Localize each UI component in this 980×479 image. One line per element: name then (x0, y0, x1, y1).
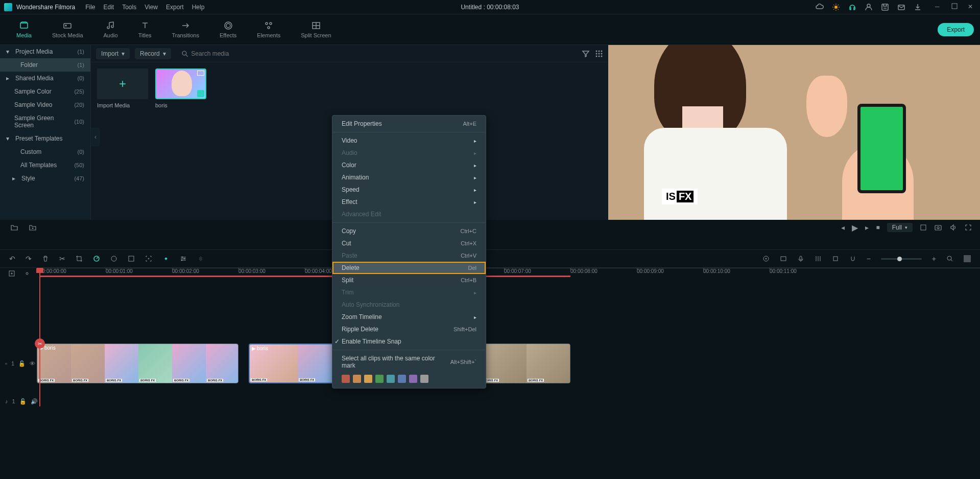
menu-file[interactable]: File (85, 4, 95, 11)
render-icon[interactable] (832, 255, 839, 262)
lock-icon[interactable]: 🔓 (19, 398, 27, 405)
volume-icon[interactable] (949, 223, 958, 232)
tab-stock-media[interactable]: Stock Media (42, 19, 93, 40)
minimize-icon[interactable]: ─ (935, 3, 943, 11)
swatch-green[interactable] (375, 375, 384, 383)
ctx-effect[interactable]: Effect▸ (332, 196, 486, 208)
sidebar-item-all-templates[interactable]: All Templates(50) (0, 158, 90, 172)
new-folder-icon[interactable] (10, 223, 18, 232)
mute-icon[interactable]: 🔊 (31, 398, 38, 405)
adjust-icon[interactable] (180, 255, 187, 262)
stop-icon[interactable]: ■ (876, 224, 879, 231)
mail-icon[interactable] (897, 3, 905, 11)
split-icon[interactable]: ✂ (59, 255, 65, 263)
import-dropdown[interactable]: Import▾ (96, 48, 130, 59)
swatch-yellow[interactable] (364, 375, 372, 383)
swatch-teal[interactable] (387, 375, 395, 383)
swatch-blue[interactable] (398, 375, 406, 383)
redo-icon[interactable]: ↷ (26, 255, 32, 263)
zoom-out-icon[interactable]: − (867, 255, 871, 263)
ctx-animation[interactable]: Animation▸ (332, 171, 486, 184)
snapshot-icon[interactable] (934, 223, 942, 232)
zoom-fit-icon[interactable] (946, 255, 953, 262)
import-media-button[interactable]: + Import Media (97, 69, 148, 108)
audio-tool-icon[interactable] (197, 255, 204, 262)
zoom-in-icon[interactable]: + (932, 255, 936, 263)
maximize-icon[interactable] (951, 3, 960, 11)
close-icon[interactable]: ✕ (968, 3, 976, 11)
clip-boris-1[interactable]: ▶boris BORIS FX BORIS FX BORIS FX BORIS … (37, 344, 238, 383)
ctx-delete[interactable]: DeleteDel (332, 262, 486, 274)
sidebar-item-sample-green-screen[interactable]: Sample Green Screen(10) (0, 111, 90, 132)
export-button[interactable]: Export (938, 23, 974, 36)
cloud-icon[interactable] (816, 3, 824, 11)
user-icon[interactable] (865, 3, 873, 11)
visibility-icon[interactable]: 👁 (30, 360, 35, 367)
sidebar-item-preset-templates[interactable]: ▾Preset Templates (0, 132, 90, 145)
ctx-speed[interactable]: Speed▸ (332, 184, 486, 196)
timeline-settings-icon[interactable] (964, 255, 971, 262)
color-icon[interactable] (110, 255, 117, 262)
swatch-gray[interactable] (420, 375, 428, 383)
tab-transitions[interactable]: Transitions (162, 19, 209, 40)
sidebar-item-style[interactable]: ▸Style(47) (0, 172, 90, 185)
ctx-color[interactable]: Color▸ (332, 159, 486, 171)
sun-icon[interactable] (832, 3, 840, 11)
ctx-select-color-mark[interactable]: Select all clips with the same color mar… (332, 352, 486, 372)
tab-effects[interactable]: Effects (209, 19, 247, 40)
tab-media[interactable]: Media (6, 19, 42, 40)
ctx-video[interactable]: Video▸ (332, 134, 486, 147)
zoom-slider[interactable] (881, 258, 922, 260)
download-icon[interactable] (914, 3, 922, 11)
menu-view[interactable]: View (145, 4, 158, 11)
filter-icon[interactable] (582, 50, 590, 58)
speed-icon[interactable] (93, 255, 100, 262)
ctx-split[interactable]: SplitCtrl+B (332, 274, 486, 286)
swatch-orange[interactable] (353, 375, 361, 383)
ctx-cut[interactable]: CutCtrl+X (332, 237, 486, 249)
scissors-marker[interactable]: ✂ (35, 338, 45, 349)
search-input[interactable] (191, 50, 571, 57)
media-item-boris[interactable]: boris (155, 69, 206, 108)
headphones-icon[interactable] (848, 3, 856, 11)
play-icon[interactable]: ▶ (852, 223, 858, 233)
track-add-icon[interactable] (8, 270, 15, 277)
sidebar-item-shared-media[interactable]: ▸Shared Media(0) (0, 72, 90, 85)
sidebar-item-custom[interactable]: Custom(0) (0, 145, 90, 158)
track-manager-icon[interactable] (780, 255, 787, 262)
ctx-zoom-timeline[interactable]: Zoom Timeline▸ (332, 311, 486, 323)
link-icon[interactable] (23, 270, 31, 277)
mark-in-icon[interactable] (920, 224, 927, 231)
ctx-copy[interactable]: CopyCtrl+C (332, 225, 486, 237)
delete-icon[interactable] (42, 255, 49, 262)
quality-dropdown[interactable]: Full▾ (887, 223, 913, 232)
playhead[interactable] (39, 268, 40, 406)
sidebar-item-folder[interactable]: Folder(1) (0, 58, 90, 72)
clip-4[interactable]: BORIS FX BORIS FX (481, 344, 570, 383)
mixer-icon[interactable] (815, 255, 822, 262)
sidebar-item-project-media[interactable]: ▾Project Media(1) (0, 45, 90, 58)
search-box[interactable] (176, 48, 577, 59)
menu-help[interactable]: Help (192, 4, 205, 11)
sidebar-item-sample-color[interactable]: Sample Color(25) (0, 85, 90, 98)
record-dropdown[interactable]: Record▾ (135, 48, 171, 59)
menu-export[interactable]: Export (166, 4, 184, 11)
new-bin-icon[interactable] (29, 223, 37, 232)
ctx-ripple-delete[interactable]: Ripple DeleteShift+Del (332, 323, 486, 335)
timeline-ruler[interactable]: 00:00:00:00 00:00:01:00 00:00:02:00 00:0… (0, 268, 980, 282)
sidebar-collapse[interactable]: ‹ (91, 128, 100, 146)
voice-icon[interactable] (797, 255, 804, 262)
ctx-edit-properties[interactable]: Edit PropertiesAlt+E (332, 118, 486, 130)
next-frame-icon[interactable]: ▸ (865, 223, 869, 232)
preview-video[interactable]: ISFX (608, 45, 980, 220)
lock-icon[interactable]: 🔓 (18, 360, 26, 367)
ctx-timeline-snap[interactable]: ✓Enable Timeline Snap (332, 335, 486, 348)
swatch-red[interactable] (342, 375, 350, 383)
prev-frame-icon[interactable]: ◂ (841, 223, 845, 232)
undo-icon[interactable]: ↶ (9, 255, 15, 263)
menu-tools[interactable]: Tools (122, 4, 136, 11)
keyframe-icon[interactable] (162, 255, 170, 262)
tab-elements[interactable]: Elements (247, 19, 291, 40)
snap-icon[interactable] (849, 255, 856, 262)
tab-titles[interactable]: Titles (128, 19, 162, 40)
